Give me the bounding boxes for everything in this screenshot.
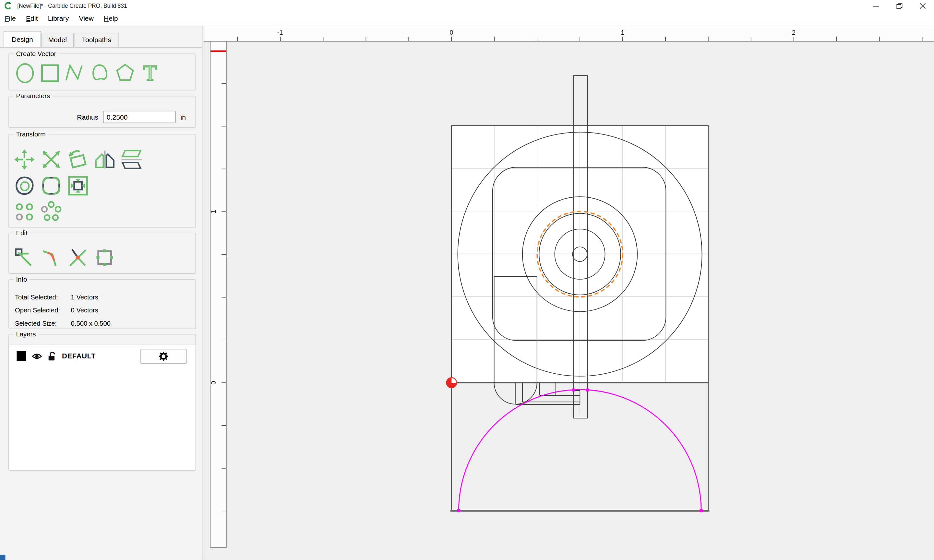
menu-file[interactable]: File xyxy=(5,15,16,22)
curve-fillet-icon xyxy=(40,247,62,268)
polyline-icon xyxy=(64,62,86,85)
side-panel: Design Model Toolpaths Create Vector xyxy=(0,26,202,560)
tab-model[interactable]: Model xyxy=(41,32,74,47)
boundary-icon xyxy=(94,247,116,268)
node-edit-tool[interactable] xyxy=(14,247,35,268)
layer-color-swatch[interactable] xyxy=(17,351,26,361)
group-create-vector: Create Vector xyxy=(8,54,196,91)
group-title: Edit xyxy=(14,228,30,237)
menu-library[interactable]: Library xyxy=(48,15,69,22)
layers-list: DEFAULT xyxy=(9,345,196,470)
ruler-label: 0 xyxy=(450,29,453,36)
move-icon xyxy=(14,149,35,170)
mirror-icon xyxy=(94,149,116,170)
scale-tool[interactable] xyxy=(40,149,62,170)
window-title: [NewFile]* - Carbide Create PRO, Build 8… xyxy=(17,2,127,9)
linear-array-tool[interactable] xyxy=(14,201,35,223)
curve-fillet-tool[interactable] xyxy=(40,247,62,268)
menu-help[interactable]: Help xyxy=(104,15,118,22)
trim-vectors-tool[interactable] xyxy=(68,247,89,268)
window-controls xyxy=(864,0,934,11)
offset-icon xyxy=(14,175,35,196)
design-canvas[interactable]: -101210 xyxy=(203,26,934,560)
left-ruler xyxy=(210,42,227,548)
layer-settings-button[interactable] xyxy=(140,349,187,364)
group-title: Parameters xyxy=(14,92,52,100)
scale-icon xyxy=(40,149,62,170)
title-bar: [NewFile]* - Carbide Create PRO, Build 8… xyxy=(0,0,934,11)
info-value: 0 Vectors xyxy=(71,306,98,314)
group-parameters: Parameters Radius in xyxy=(8,96,196,128)
text-icon: T xyxy=(139,62,162,85)
radius-unit: in xyxy=(180,114,186,120)
menu-edit[interactable]: Edit xyxy=(26,15,38,22)
visibility-eye-icon[interactable] xyxy=(31,352,42,360)
circular-array-tool[interactable] xyxy=(40,201,62,223)
menu-bar: File Edit Library View Help xyxy=(0,11,934,26)
circle-tool[interactable] xyxy=(14,62,36,85)
move-tool[interactable] xyxy=(14,149,35,170)
linear-array-icon xyxy=(14,201,35,223)
corner-artifact xyxy=(0,555,6,560)
group-title: Layers xyxy=(14,330,38,338)
trim-icon xyxy=(68,247,89,268)
group-title: Create Vector xyxy=(14,49,59,58)
svg-text:T: T xyxy=(143,62,157,85)
radius-input[interactable] xyxy=(103,111,176,123)
close-button[interactable] xyxy=(911,0,934,11)
curve-icon xyxy=(89,62,112,85)
info-label: Total Selected: xyxy=(15,294,66,301)
polygon-tool[interactable] xyxy=(114,62,137,85)
fillet-tool[interactable] xyxy=(40,175,62,196)
info-total-selected: Total Selected: 1 Vectors xyxy=(9,290,196,303)
menu-view[interactable]: View xyxy=(79,15,93,22)
tab-toolpaths[interactable]: Toolpaths xyxy=(74,32,119,47)
inner-offset-icon xyxy=(68,175,89,196)
tab-label: Toolpaths xyxy=(82,36,111,43)
canvas-area[interactable]: -101210 xyxy=(202,26,934,560)
group-layers: Layers DEFAULT xyxy=(8,334,196,471)
gear-icon xyxy=(159,351,169,362)
ruler-label: 2 xyxy=(792,29,795,36)
minimize-icon xyxy=(873,3,879,8)
app-window: [NewFile]* - Carbide Create PRO, Build 8… xyxy=(0,0,934,560)
ruler-label: 1 xyxy=(210,210,217,214)
group-title: Info xyxy=(14,275,29,283)
vector-node[interactable] xyxy=(700,509,703,512)
info-value: 1 Vectors xyxy=(71,294,98,301)
vector-node[interactable] xyxy=(457,509,460,512)
polyline-tool[interactable] xyxy=(64,62,86,85)
restore-button[interactable] xyxy=(888,0,911,11)
group-info: Info Total Selected: 1 Vectors Open Sele… xyxy=(8,279,196,329)
text-tool[interactable]: T xyxy=(139,62,162,85)
close-icon xyxy=(919,3,925,8)
curve-tool[interactable] xyxy=(89,62,112,85)
flip-tool[interactable] xyxy=(121,149,142,170)
group-transform: Transform xyxy=(8,134,196,228)
rectangle-tool[interactable] xyxy=(39,62,61,85)
vector-node[interactable] xyxy=(572,389,575,391)
ruler-label: -1 xyxy=(277,29,283,36)
group-edit: Edit xyxy=(8,233,196,274)
rotate-icon xyxy=(68,149,89,170)
tab-design[interactable]: Design xyxy=(3,31,41,47)
circle-icon xyxy=(14,62,36,85)
boundary-tool[interactable] xyxy=(94,247,116,268)
rectangle-icon xyxy=(39,62,61,85)
polygon-icon xyxy=(114,62,137,85)
vector-node[interactable] xyxy=(586,389,589,391)
tab-label: Design xyxy=(12,35,33,43)
unlock-icon[interactable] xyxy=(48,351,57,361)
ruler-label: 0 xyxy=(210,381,217,385)
minimize-button[interactable] xyxy=(864,0,888,11)
offset-tool[interactable] xyxy=(14,175,35,196)
fillet-icon xyxy=(40,175,62,196)
rotate-tool[interactable] xyxy=(68,149,89,170)
ruler-label: 1 xyxy=(621,29,624,36)
app-logo-icon xyxy=(4,2,12,10)
mirror-tool[interactable] xyxy=(94,149,116,170)
inner-offset-tool[interactable] xyxy=(68,175,89,196)
layer-row[interactable]: DEFAULT xyxy=(9,345,196,366)
group-title: Transform xyxy=(14,130,48,138)
flip-icon xyxy=(121,149,142,170)
